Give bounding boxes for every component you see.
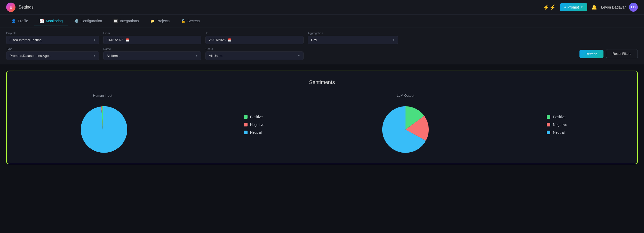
refresh-button[interactable]: Refresh <box>579 50 604 58</box>
sidebar-item-integrations[interactable]: 🔲 Integrations <box>108 16 144 26</box>
sidebar-item-profile[interactable]: 👤 Profile <box>6 16 33 26</box>
projects-icon: 📁 <box>150 19 155 23</box>
legend-item-negative: Negative <box>244 123 264 127</box>
human-input-label: Human Input <box>93 94 112 97</box>
main-content: Sentiments Human Input <box>0 64 644 170</box>
name-select[interactable]: All Items ▼ <box>103 51 201 60</box>
neutral-slice <box>81 106 127 153</box>
users-label: Users <box>205 47 304 50</box>
configuration-icon: ⚙️ <box>74 19 78 23</box>
filters-actions: Refresh Reset Filters <box>579 49 638 58</box>
type-filter-group: Type Prompts,Datasources,Age... ▼ <box>6 47 99 60</box>
chevron-down-icon: ▼ <box>298 54 300 57</box>
llm-output-label: LLM Output <box>397 94 414 97</box>
from-filter-group: From 01/01/2025 📅 <box>103 32 201 44</box>
center-legend: Positive Negative Neutral <box>244 115 264 134</box>
app-logo: E <box>6 3 15 12</box>
user-section: Levon Dadayan LD <box>601 3 638 12</box>
filters-row-2: Type Prompts,Datasources,Age... ▼ Name A… <box>6 47 638 60</box>
user-name: Levon Dadayan <box>601 5 626 9</box>
from-label: From <box>103 32 201 35</box>
filters-bar: Projects Elitea Internal Testing ▼ From … <box>0 27 644 64</box>
avatar: LD <box>629 3 638 12</box>
header: E Settings ⚡⚡ + Prompt ▼ 🔔 Levon Dadayan… <box>0 0 644 14</box>
profile-icon: 👤 <box>11 19 16 23</box>
filters-row-1: Projects Elitea Internal Testing ▼ From … <box>6 32 638 44</box>
projects-filter-group: Projects Elitea Internal Testing ▼ <box>6 32 99 44</box>
header-left: E Settings <box>6 3 34 12</box>
legend-item-negative-r: Negative <box>547 123 567 127</box>
positive-dot-r <box>547 115 550 119</box>
name-filter-group: Name All Items ▼ <box>103 47 201 60</box>
sentiments-title: Sentiments <box>19 79 625 85</box>
from-input[interactable]: 01/01/2025 📅 <box>103 36 201 44</box>
positive-dot <box>244 115 248 119</box>
aggregation-select[interactable]: Day ▼ <box>308 36 398 44</box>
neutral-dot-r <box>547 131 550 134</box>
users-filter-group: Users All Users ▼ <box>205 47 304 60</box>
sidebar-item-secrets[interactable]: 🔒 Secrets <box>176 16 205 26</box>
chevron-down-icon: ▼ <box>581 6 583 9</box>
nav: 👤 Profile 📈 Monitoring ⚙️ Configuration … <box>0 14 644 27</box>
header-right: ⚡⚡ + Prompt ▼ 🔔 Levon Dadayan LD <box>543 3 638 12</box>
sidebar-item-configuration[interactable]: ⚙️ Configuration <box>69 16 107 26</box>
charts-container: Human Input <box>19 94 625 155</box>
sidebar-item-projects[interactable]: 📁 Projects <box>145 16 175 26</box>
sentiments-card: Sentiments Human Input <box>6 71 638 164</box>
legend-item-neutral: Neutral <box>244 130 264 134</box>
chevron-down-icon: ▼ <box>195 54 198 57</box>
neutral-dot <box>244 131 248 134</box>
human-input-pie-chart <box>77 104 129 155</box>
legend-item-positive-r: Positive <box>547 115 567 119</box>
to-label: To <box>205 32 304 35</box>
llm-output-pie-wrapper <box>380 104 431 155</box>
calendar-icon: 📅 <box>125 38 129 42</box>
calendar-icon: 📅 <box>228 38 232 42</box>
integrations-icon: 🔲 <box>113 19 118 23</box>
to-filter-group: To 26/01/2025 📅 <box>205 32 304 44</box>
projects-label: Projects <box>6 32 99 35</box>
human-input-pie-wrapper <box>77 104 129 155</box>
legend-item-neutral-r: Neutral <box>547 130 567 134</box>
sidebar-item-monitoring[interactable]: 📈 Monitoring <box>34 16 68 26</box>
chevron-down-icon: ▼ <box>93 39 96 41</box>
negative-dot-r <box>547 123 550 126</box>
type-label: Type <box>6 47 99 50</box>
secrets-icon: 🔒 <box>181 19 185 23</box>
negative-dot <box>244 123 248 126</box>
aggregation-label: Aggregation <box>308 32 398 35</box>
llm-output-chart-section: LLM Output <box>380 94 431 155</box>
right-legend: Positive Negative Neutral <box>547 115 567 134</box>
monitoring-icon: 📈 <box>39 19 44 23</box>
chevron-down-icon: ▼ <box>392 39 395 41</box>
aggregation-filter-group: Aggregation Day ▼ <box>308 32 398 44</box>
bell-icon[interactable]: 🔔 <box>591 4 597 10</box>
projects-select[interactable]: Elitea Internal Testing ▼ <box>6 36 99 44</box>
app-title: Settings <box>19 5 34 10</box>
chevron-down-icon: ▼ <box>93 54 96 57</box>
users-select[interactable]: All Users ▼ <box>205 51 304 60</box>
to-input[interactable]: 26/01/2025 📅 <box>205 36 304 44</box>
prompt-button[interactable]: + Prompt ▼ <box>560 3 587 11</box>
llm-output-pie-chart <box>380 104 431 155</box>
type-select[interactable]: Prompts,Datasources,Age... ▼ <box>6 51 99 60</box>
legend-item-positive: Positive <box>244 115 264 119</box>
human-input-chart-section: Human Input <box>77 94 129 155</box>
name-label: Name <box>103 47 201 50</box>
monitor-icon: ⚡⚡ <box>543 4 556 10</box>
reset-filters-button[interactable]: Reset Filters <box>606 49 638 58</box>
